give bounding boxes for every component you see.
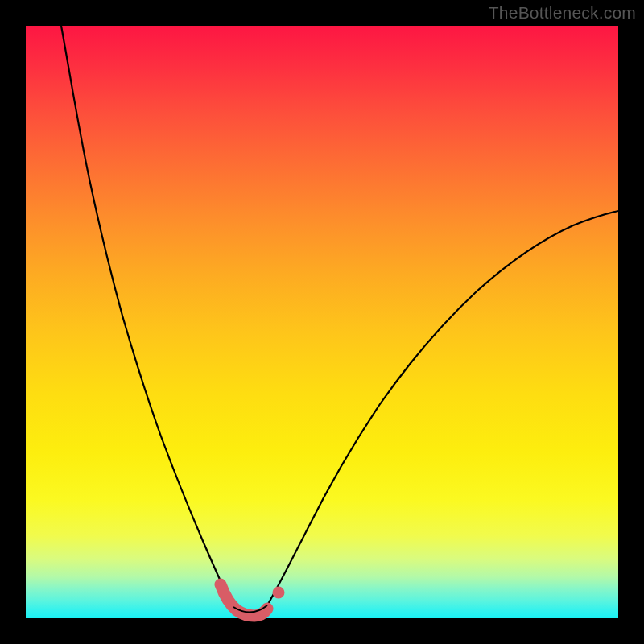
chart-frame: TheBottleneck.com xyxy=(0,0,644,644)
curve-layer xyxy=(26,26,618,618)
optimal-region-end-dot xyxy=(273,587,285,599)
watermark-text: TheBottleneck.com xyxy=(489,3,636,23)
curve-right-branch xyxy=(267,211,618,605)
curve-left-branch xyxy=(61,26,233,607)
